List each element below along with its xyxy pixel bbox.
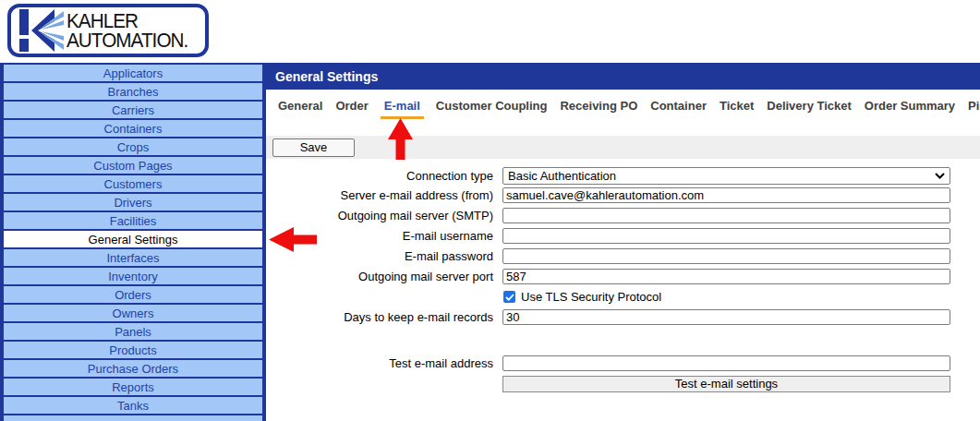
tls-checkbox[interactable]: [503, 291, 515, 303]
kahler-k-icon: [19, 9, 64, 52]
tab-email[interactable]: E-mail: [381, 99, 424, 119]
tab-pick-ticket[interactable]: Pick Ticket: [967, 99, 980, 116]
tab-order[interactable]: Order: [334, 99, 369, 116]
smtp-server-label: Outgoing mail server (SMTP): [266, 209, 502, 223]
connection-type-select[interactable]: Basic Authentication: [502, 167, 950, 185]
smtp-port-input[interactable]: [502, 269, 950, 284]
sidebar-item-branches[interactable]: Branches: [4, 83, 262, 100]
tls-checkbox-label: Use TLS Security Protocol: [521, 290, 661, 304]
main-content: General Settings General Order E-mail Cu…: [266, 63, 980, 421]
tab-customer-coupling[interactable]: Customer Coupling: [435, 99, 549, 116]
keep-days-label: Days to keep e-mail records: [266, 310, 502, 324]
tab-ticket[interactable]: Ticket: [719, 99, 755, 116]
sidebar-item-tanks[interactable]: Tanks: [4, 397, 262, 414]
sidebar-item-owners[interactable]: Owners: [4, 305, 262, 321]
test-email-settings-button[interactable]: Test e-mail settings: [502, 376, 950, 392]
check-icon: [505, 294, 514, 301]
sidebar-item-customers[interactable]: Customers: [4, 175, 262, 192]
server-email-input[interactable]: [502, 187, 950, 203]
settings-tab-strip: General Order E-mail Customer Coupling R…: [266, 90, 980, 136]
sidebar-item-applicators[interactable]: Applicators: [4, 65, 262, 81]
connection-type-value: Basic Authentication: [508, 169, 616, 183]
test-address-input[interactable]: [502, 355, 950, 371]
sidebar-item-panels[interactable]: Panels: [4, 323, 262, 340]
sidebar-item-carriers[interactable]: Carriers: [4, 102, 262, 118]
form-gap: [266, 330, 980, 355]
sidebar-item-general-settings[interactable]: General Settings: [4, 231, 262, 247]
logo-line2: AUTOMATION.: [67, 30, 188, 50]
tab-receiving-po[interactable]: Receiving PO: [559, 99, 638, 116]
sidebar-item-interfaces[interactable]: Interfaces: [4, 249, 262, 266]
tab-general[interactable]: General: [277, 99, 323, 116]
sidebar-item-partial[interactable]: [4, 415, 262, 421]
email-password-input[interactable]: [502, 248, 950, 264]
sidebar-item-drivers[interactable]: Drivers: [4, 194, 262, 210]
sidebar-item-orders[interactable]: Orders: [4, 286, 262, 303]
logo-wordmark: KAHLER AUTOMATION.: [67, 11, 188, 50]
page-title-bar: General Settings: [266, 63, 980, 90]
sidebar-item-products[interactable]: Products: [4, 342, 262, 358]
sidebar-item-purchase-orders[interactable]: Purchase Orders: [4, 360, 262, 377]
annotation-arrow-left-icon: [269, 227, 317, 252]
test-address-label: Test e-mail address: [266, 356, 502, 370]
email-username-input[interactable]: [502, 228, 950, 244]
tab-container[interactable]: Container: [649, 99, 708, 116]
smtp-port-label: Outgoing mail server port: [266, 270, 502, 283]
email-settings-form: Connection type Basic Authentication Ser…: [266, 159, 980, 391]
tab-order-summary[interactable]: Order Summary: [864, 99, 956, 116]
sidebar-item-reports[interactable]: Reports: [4, 379, 262, 395]
annotation-arrow-up-icon: [388, 118, 413, 160]
page-title: General Settings: [275, 69, 378, 84]
logo-line1: KAHLER: [67, 11, 188, 30]
tab-delivery-ticket[interactable]: Delivery Ticket: [766, 99, 853, 116]
top-logo-area: KAHLER AUTOMATION.: [0, 0, 980, 63]
form-toolbar: Save: [266, 136, 980, 159]
sidebar-item-containers[interactable]: Containers: [4, 120, 262, 137]
smtp-server-input[interactable]: [502, 208, 950, 223]
server-email-label: Server e-mail address (from): [266, 188, 502, 202]
keep-days-input[interactable]: [502, 309, 950, 325]
sidebar-item-facilities[interactable]: Facilities: [4, 212, 262, 229]
sidebar-item-crops[interactable]: Crops: [4, 138, 262, 155]
chevron-down-icon: [935, 173, 945, 179]
sidebar-item-inventory[interactable]: Inventory: [4, 268, 262, 284]
kahler-automation-logo: KAHLER AUTOMATION.: [7, 4, 209, 57]
connection-type-label: Connection type: [266, 169, 502, 183]
sidebar-item-custom-pages[interactable]: Custom Pages: [4, 157, 262, 174]
save-button[interactable]: Save: [272, 138, 355, 157]
sidebar-nav: Applicators Branches Carriers Containers…: [0, 63, 266, 421]
